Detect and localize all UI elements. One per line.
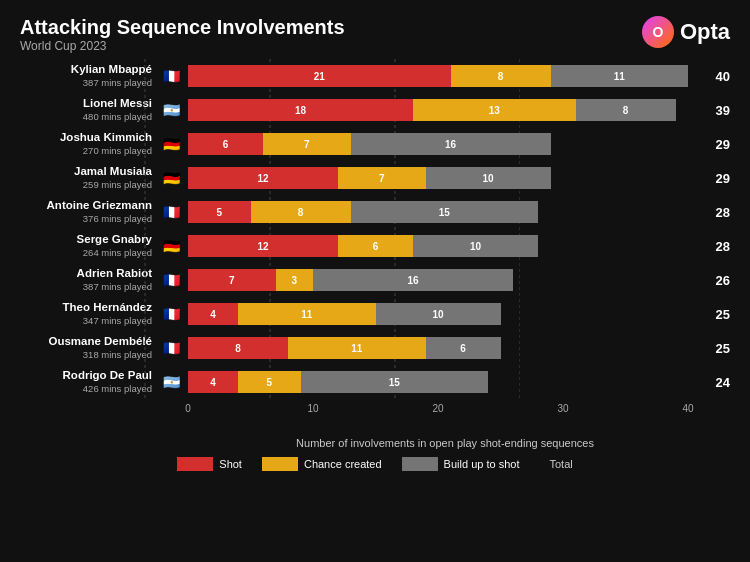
shot-segment: 21 (188, 65, 451, 87)
total-label: 28 (702, 239, 730, 254)
legend-shot: Shot (177, 457, 242, 471)
legend-total: Total (549, 458, 572, 470)
x-tick: 20 (432, 403, 443, 414)
chance-segment: 11 (288, 337, 426, 359)
opta-logo: O Opta (642, 16, 730, 48)
total-label: 40 (702, 69, 730, 84)
bar-wrapper: 7316 (188, 269, 513, 291)
x-axis-label: Number of involvements in open play shot… (160, 437, 730, 449)
chance-segment: 7 (263, 133, 351, 155)
bar-container: 7316 (188, 267, 702, 293)
legend-chance: Chance created (262, 457, 382, 471)
total-label: 28 (702, 205, 730, 220)
bar-wrapper: 41110 (188, 303, 501, 325)
build-segment: 16 (313, 269, 513, 291)
shot-segment: 7 (188, 269, 276, 291)
shot-segment: 5 (188, 201, 251, 223)
build-segment: 15 (301, 371, 489, 393)
legend-chance-box (262, 457, 298, 471)
shot-segment: 12 (188, 167, 338, 189)
total-label: 24 (702, 375, 730, 390)
chart-rows: Kylian Mbappé 387 mins played🇫🇷2181140Li… (20, 59, 730, 399)
shot-segment: 6 (188, 133, 263, 155)
legend-total-label: Total (549, 458, 572, 470)
bar-container: 18138 (188, 97, 702, 123)
bar-container: 12610 (188, 233, 702, 259)
x-tick: 0 (185, 403, 191, 414)
bar-wrapper: 12710 (188, 167, 551, 189)
legend-shot-label: Shot (219, 458, 242, 470)
legend-chance-label: Chance created (304, 458, 382, 470)
bar-container: 41110 (188, 301, 702, 327)
chance-segment: 8 (451, 65, 551, 87)
legend-build: Build up to shot (402, 457, 520, 471)
bar-container: 5815 (188, 199, 702, 225)
shot-segment: 12 (188, 235, 338, 257)
bar-container: 4515 (188, 369, 702, 395)
bar-wrapper: 4515 (188, 371, 488, 393)
total-label: 25 (702, 341, 730, 356)
main-container: Attacking Sequence Involvements World Cu… (0, 0, 750, 562)
chance-segment: 8 (251, 201, 351, 223)
bar-wrapper: 21811 (188, 65, 688, 87)
build-segment: 16 (351, 133, 551, 155)
build-segment: 6 (426, 337, 501, 359)
bar-wrapper: 18138 (188, 99, 676, 121)
build-segment: 10 (376, 303, 501, 325)
build-segment: 8 (576, 99, 676, 121)
shot-segment: 8 (188, 337, 288, 359)
build-segment: 10 (426, 167, 551, 189)
chance-segment: 7 (338, 167, 426, 189)
bar-wrapper: 12610 (188, 235, 538, 257)
shot-segment: 4 (188, 371, 238, 393)
bar-wrapper: 8116 (188, 337, 501, 359)
logo-text: Opta (680, 19, 730, 45)
chance-segment: 6 (338, 235, 413, 257)
total-label: 29 (702, 137, 730, 152)
chance-segment: 11 (238, 303, 376, 325)
x-axis: 010203040 (188, 401, 688, 419)
build-segment: 10 (413, 235, 538, 257)
x-tick: 30 (557, 403, 568, 414)
header: Attacking Sequence Involvements World Cu… (20, 16, 730, 53)
bar-container: 21811 (188, 63, 702, 89)
logo-icon: O (642, 16, 674, 48)
bar-container: 6716 (188, 131, 702, 157)
x-tick: 40 (682, 403, 693, 414)
chart-title: Attacking Sequence Involvements (20, 16, 345, 39)
bar-wrapper: 6716 (188, 133, 551, 155)
chart-subtitle: World Cup 2023 (20, 39, 345, 53)
chance-segment: 13 (413, 99, 576, 121)
total-label: 29 (702, 171, 730, 186)
legend: Shot Chance created Build up to shot Tot… (20, 457, 730, 471)
chance-segment: 3 (276, 269, 314, 291)
x-tick: 10 (307, 403, 318, 414)
chance-segment: 5 (238, 371, 301, 393)
bar-container: 8116 (188, 335, 702, 361)
build-segment: 11 (551, 65, 689, 87)
total-label: 26 (702, 273, 730, 288)
legend-build-label: Build up to shot (444, 458, 520, 470)
legend-build-box (402, 457, 438, 471)
build-segment: 15 (351, 201, 539, 223)
total-label: 39 (702, 103, 730, 118)
total-label: 25 (702, 307, 730, 322)
shot-segment: 4 (188, 303, 238, 325)
bar-container: 12710 (188, 165, 702, 191)
bar-wrapper: 5815 (188, 201, 538, 223)
legend-shot-box (177, 457, 213, 471)
title-block: Attacking Sequence Involvements World Cu… (20, 16, 345, 53)
shot-segment: 18 (188, 99, 413, 121)
